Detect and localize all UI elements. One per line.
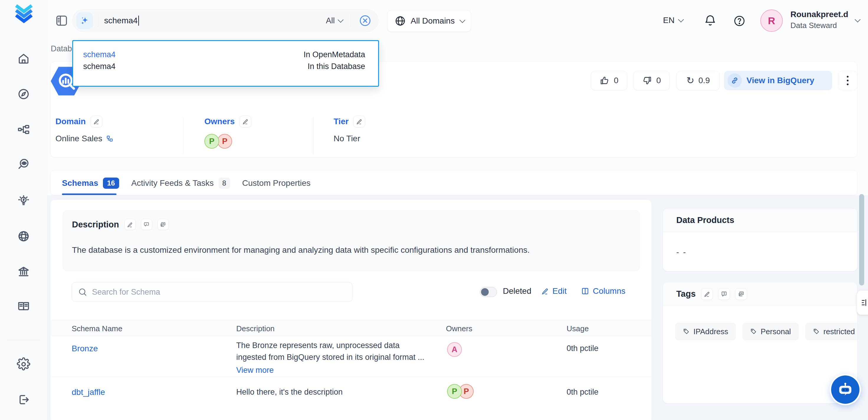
chevron-down-icon[interactable] [855,17,861,22]
sidebar-item-glossary[interactable] [17,299,30,313]
column-header[interactable]: Usage [566,324,589,333]
suggestions-button[interactable] [157,219,169,230]
language-value: EN [663,16,675,25]
sidebar-item-domains[interactable] [17,230,30,243]
view-more-link[interactable]: View more [236,366,274,375]
tags-card: Tags IPAddress Personal restricted [663,282,857,403]
downvote-button[interactable]: 0 [633,71,670,90]
global-search-bar[interactable]: schema4 All [72,9,378,32]
tag-pill[interactable]: IPAddress [675,323,736,340]
edit-tags-button[interactable] [701,288,713,300]
user-menu[interactable]: Rounakpreet.d Data Steward [790,10,848,30]
tag-icon [683,328,690,335]
owner-avatar[interactable]: A [447,342,462,357]
tier-label: Tier [334,117,349,126]
tags-conversation-button[interactable] [735,288,747,300]
sidebar-toggle-icon[interactable] [55,14,68,27]
schema-description-line: ingested from BigQuery stored in its ori… [236,353,425,362]
edge-widget-icon [861,298,868,307]
schemas-panel: Description The database is a customized… [50,200,652,420]
upvote-button[interactable]: 0 [591,71,627,90]
text-cursor [138,16,139,26]
tab-bar: Schemas 16 Activity Feeds & Tasks 8 Cust… [50,170,857,195]
schema-link[interactable]: Bronze [72,344,98,353]
chat-assistant-button[interactable] [831,376,860,404]
score-value: 0.9 [699,76,710,85]
sidebar-item-observability[interactable] [17,157,30,171]
pencil-icon [127,221,133,228]
help-icon[interactable] [733,15,746,28]
all-domains-label: All Domains [410,16,455,26]
search-suggestion[interactable]: schema4 In OpenMetadata [83,49,365,60]
openmetadata-logo[interactable] [14,4,34,25]
column-header[interactable]: Owners [446,324,472,333]
edit-domain-button[interactable] [91,116,102,127]
search-scope-dropdown[interactable]: All [326,16,342,25]
table-row: dbt_jaffle Hello there, it's the descrip… [51,377,652,420]
description-title: Description [72,220,119,230]
sidebar-item-lineage[interactable] [17,123,30,136]
schema-search-input[interactable] [92,288,334,297]
deleted-toggle[interactable] [480,287,497,297]
sidebar-item-home[interactable] [17,52,30,65]
clear-search-button[interactable] [359,14,372,27]
domain-value[interactable]: Online Sales [56,134,102,143]
request-tags-button[interactable] [718,288,730,300]
sidebar-nav [0,0,47,420]
tag-label: Personal [761,327,791,336]
edit-button[interactable]: Edit [541,287,566,296]
subdomain-icon [106,135,114,143]
comment-button[interactable] [141,219,152,230]
toggle-knob [481,288,489,296]
score-button[interactable]: ↻ 0.9 [677,71,720,90]
data-products-title: Data Products [676,215,734,225]
column-header[interactable]: Description [236,324,275,333]
tab-activity-feeds[interactable]: Activity Feeds & Tasks 8 [131,171,230,196]
edit-owners-button[interactable] [240,116,251,127]
tag-pill-row: IPAddress Personal restricted [663,306,857,340]
edit-description-button[interactable] [124,219,136,230]
tag-pill[interactable]: restricted [805,323,857,340]
panel-scrollbar[interactable] [859,194,864,286]
sidebar-item-explore[interactable] [17,87,30,101]
owners-label: Owners [205,117,235,126]
description-card: Description The database is a customized… [63,210,640,271]
schema-search-box[interactable] [72,282,352,302]
tab-label: Schemas [62,178,98,188]
usage-value: 0th pctile [566,344,598,353]
edit-label: Edit [552,287,566,296]
schema-link[interactable]: dbt_jaffle [72,388,105,397]
ai-sparkle-icon [76,12,93,29]
edge-widget[interactable] [857,291,868,315]
usage-value: 0th pctile [566,388,598,397]
notifications-bell-icon[interactable] [704,14,717,28]
sidebar-item-govern[interactable] [17,265,30,278]
user-avatar[interactable]: R [761,9,783,32]
suggestion-label[interactable]: schema4 [83,60,116,72]
edit-tier-button[interactable] [353,116,365,127]
all-domains-button[interactable]: All Domains [387,10,471,32]
column-header[interactable]: Schema Name [72,324,122,333]
owner-avatar[interactable]: P [447,384,462,399]
columns-button[interactable]: Columns [581,287,625,296]
owner-avatar[interactable]: P [217,134,232,149]
search-divider [351,14,351,27]
pencil-icon [356,118,363,125]
tab-custom-properties[interactable]: Custom Properties [242,171,311,196]
search-suggestion[interactable]: schema4 In this Database [83,60,365,72]
robot-icon [836,381,854,398]
tag-pill[interactable]: Personal [743,323,798,340]
view-in-bigquery-button[interactable]: View in BigQuery [724,71,832,90]
sidebar-item-insights[interactable] [17,194,30,208]
tab-schemas[interactable]: Schemas 16 [62,171,119,196]
language-selector[interactable]: EN [663,16,682,25]
owner-avatar[interactable]: P [205,134,219,149]
sidebar-item-logout[interactable] [17,393,30,407]
suggestion-label[interactable]: schema4 [83,49,116,60]
tab-label: Custom Properties [242,178,311,188]
search-suggestions-dropdown: schema4 In OpenMetadata schema4 In this … [72,40,379,87]
breadcrumb[interactable]: Datab [51,44,72,53]
sidebar-item-settings[interactable] [17,357,30,371]
global-search-input[interactable]: schema4 [104,16,139,26]
more-actions-button[interactable] [838,71,857,90]
